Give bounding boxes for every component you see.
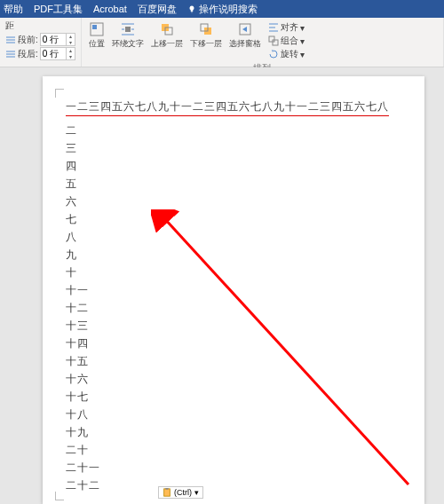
- list-item[interactable]: 十七: [66, 388, 407, 406]
- svg-rect-1: [92, 25, 97, 29]
- list-item[interactable]: 四: [66, 157, 407, 175]
- list-item[interactable]: 十二: [66, 299, 407, 317]
- wrap-text-button[interactable]: 环绕文字: [110, 20, 146, 62]
- page[interactable]: 一二三四五六七八九十一二三四五六七八九十一二三四五六七八 二三四五六七八九十十一…: [43, 76, 424, 504]
- list-item[interactable]: 十八: [66, 406, 407, 423]
- title-bar: 帮助 PDF工具集 Acrobat 百度网盘 操作说明搜索: [0, 0, 444, 18]
- tab-baidu[interactable]: 百度网盘: [138, 3, 177, 16]
- align-icon: [268, 22, 279, 33]
- position-icon: [89, 21, 105, 37]
- list-item[interactable]: 二: [66, 122, 407, 139]
- list-item[interactable]: 九: [66, 246, 407, 264]
- spin-up-icon[interactable]: ▴: [66, 34, 75, 40]
- list-item[interactable]: 六: [66, 193, 407, 210]
- ribbon: 距 段前: ▴▾ 段后: ▴▾: [0, 18, 444, 67]
- spacing-header: 距: [5, 20, 75, 32]
- bulb-icon: [187, 5, 196, 14]
- arrange-small-buttons: 对齐 ▾ 组合 ▾ 旋转 ▾: [266, 20, 306, 62]
- tab-acrobat[interactable]: Acrobat: [93, 4, 127, 14]
- vertical-list[interactable]: 二三四五六七八九十十一十二十三十四十五十六十七十八十九二十二十一二十二: [66, 122, 407, 494]
- crop-mark-tl: [55, 89, 64, 98]
- list-item[interactable]: 二十: [66, 441, 407, 459]
- clipboard-icon: [163, 488, 171, 497]
- svg-rect-9: [273, 40, 278, 45]
- list-item[interactable]: 五: [66, 175, 407, 193]
- spin-down-icon[interactable]: ▾: [66, 54, 75, 60]
- list-item[interactable]: 十九: [66, 423, 407, 441]
- send-backward-button[interactable]: 下移一层: [188, 20, 224, 62]
- spacing-after-field[interactable]: [41, 49, 66, 59]
- svg-rect-2: [125, 27, 131, 32]
- svg-rect-10: [164, 489, 170, 496]
- list-item[interactable]: 十四: [66, 335, 407, 352]
- wrap-icon: [120, 21, 136, 37]
- spacing-before-label: 段前:: [18, 34, 38, 46]
- list-item[interactable]: 八: [66, 228, 407, 246]
- svg-rect-11: [165, 488, 168, 490]
- spacing-before-input[interactable]: ▴▾: [40, 33, 75, 46]
- list-item[interactable]: 三: [66, 139, 407, 157]
- search-box[interactable]: 操作说明搜索: [187, 3, 258, 16]
- position-button[interactable]: 位置: [87, 20, 107, 62]
- rotate-button[interactable]: 旋转 ▾: [266, 48, 306, 60]
- spacing-after-input[interactable]: ▴▾: [40, 47, 75, 60]
- group-arrange: 位置 环绕文字 上移一层 下移一层 选择窗格 对齐 ▾ 组合 ▾ 旋转 ▾: [82, 18, 444, 67]
- spin-down-icon[interactable]: ▾: [66, 40, 75, 46]
- group-button[interactable]: 组合 ▾: [266, 35, 306, 47]
- spacing-before-icon: [5, 35, 16, 44]
- spin-up-icon[interactable]: ▴: [66, 48, 75, 54]
- spacing-after-icon: [5, 50, 16, 59]
- selection-pane-button[interactable]: 选择窗格: [227, 20, 263, 62]
- list-item[interactable]: 二十一: [66, 459, 407, 476]
- rotate-icon: [268, 49, 279, 59]
- bring-forward-icon: [159, 21, 175, 37]
- tab-help[interactable]: 帮助: [4, 3, 23, 16]
- list-item[interactable]: 十六: [66, 370, 407, 388]
- align-button[interactable]: 对齐 ▾: [266, 21, 306, 34]
- list-item[interactable]: 七: [66, 210, 407, 228]
- document-canvas[interactable]: 一二三四五六七八九十一二三四五六七八九十一二三四五六七八 二三四五六七八九十十一…: [0, 67, 444, 504]
- spacing-after-label: 段后:: [18, 48, 38, 60]
- list-item[interactable]: 十三: [66, 317, 407, 335]
- paste-options-tag[interactable]: (Ctrl) ▾: [158, 486, 203, 499]
- group-spacing: 距 段前: ▴▾ 段后: ▴▾: [0, 18, 82, 67]
- crop-mark-bl: [55, 492, 64, 500]
- bring-forward-button[interactable]: 上移一层: [149, 20, 185, 62]
- list-item[interactable]: 十: [66, 264, 407, 281]
- tab-pdf-tools[interactable]: PDF工具集: [34, 3, 83, 16]
- svg-rect-8: [269, 36, 274, 42]
- list-item[interactable]: 十一: [66, 281, 407, 299]
- list-item[interactable]: 十五: [66, 352, 407, 370]
- line-1[interactable]: 一二三四五六七八九十一二三四五六七八九十一二三四五六七八: [66, 99, 389, 116]
- spacing-before-field[interactable]: [41, 35, 66, 44]
- selection-pane-icon: [237, 21, 253, 37]
- group-spacing-label: [5, 66, 75, 67]
- group-icon: [268, 35, 279, 46]
- list-item[interactable]: 二十二: [66, 476, 407, 494]
- send-backward-icon: [198, 21, 214, 37]
